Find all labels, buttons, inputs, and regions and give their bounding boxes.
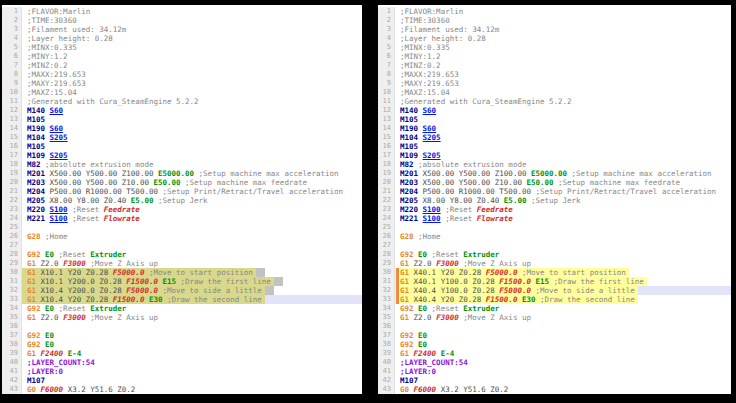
- code-line[interactable]: 42M107: [378, 376, 731, 385]
- code-line[interactable]: 5;MINX:0.335: [378, 43, 731, 52]
- code-line[interactable]: 39G1 F2400 E-4: [2, 349, 362, 358]
- code-line[interactable]: 18M82 ;absolute extrusion mode: [2, 160, 362, 169]
- code-line[interactable]: 34G92 E0 ;Reset Extruder: [378, 304, 731, 313]
- code-text: M221 S100 ;Reset Flowrate: [22, 214, 143, 223]
- code-line[interactable]: 4;Layer height: 0.28: [2, 34, 362, 43]
- code-line[interactable]: 11;Generated with Cura_SteamEngine 5.2.2: [2, 97, 362, 106]
- code-line[interactable]: 24M221 S100 ;Reset Flowrate: [2, 214, 362, 223]
- code-line[interactable]: 22M205 X8.00 Y8.00 Z0.40 E5.00 ;Setup Je…: [2, 196, 362, 205]
- code-line[interactable]: 28G92 E0 ;Reset Extruder: [2, 250, 362, 259]
- code-line[interactable]: 41;LAYER:0: [2, 367, 362, 376]
- code-line[interactable]: 18M82 ;absolute extrusion mode: [378, 160, 731, 169]
- code-line[interactable]: 27: [2, 241, 362, 250]
- code-line[interactable]: 31G1 X10.1 Y200.0 Z0.28 F1500.0 E15 ;Dra…: [2, 277, 362, 286]
- code-line[interactable]: 5;MINX:0.335: [2, 43, 362, 52]
- code-text: [395, 223, 403, 232]
- code-line[interactable]: 7;MINZ:0.2: [378, 61, 731, 70]
- code-line[interactable]: 36: [2, 322, 362, 331]
- line-number: 29: [2, 259, 22, 268]
- code-line[interactable]: 15M104 S205: [2, 133, 362, 142]
- code-line[interactable]: 27: [378, 241, 731, 250]
- code-line[interactable]: 16M105: [2, 142, 362, 151]
- code-line[interactable]: 10;MAXZ:15.04: [2, 88, 362, 97]
- code-line[interactable]: 22M205 X8.00 Y8.00 Z0.40 E5.00 ;Setup Je…: [378, 196, 731, 205]
- code-line[interactable]: 32G1 X40.4 Y100.0 Z0.28 F5000.0 ;Move to…: [378, 286, 731, 295]
- code-line[interactable]: 29G1 Z2.0 F3000 ;Move Z Axis up: [2, 259, 362, 268]
- code-token: E5.00: [131, 196, 154, 205]
- code-line[interactable]: 23M220 S100 ;Reset Feedrate: [2, 205, 362, 214]
- code-line[interactable]: 34G92 E0 ;Reset Extruder: [2, 304, 362, 313]
- code-line[interactable]: 40;LAYER_COUNT:54: [378, 358, 731, 367]
- code-line[interactable]: 37G92 E0: [2, 331, 362, 340]
- code-line[interactable]: 38G92 E0: [378, 340, 731, 349]
- code-text: ;MAXY:219.653: [22, 79, 89, 88]
- code-line[interactable]: 6;MINY:1.2: [378, 52, 731, 61]
- code-line[interactable]: 30G1 X40.1 Y20 Z0.28 F5000.0 ;Move to st…: [378, 268, 731, 277]
- code-line[interactable]: 19M201 X500.00 Y500.00 Z100.00 E5000.00 …: [2, 169, 362, 178]
- code-token: X40.1 Y100.0 Z0.28: [414, 277, 495, 286]
- code-line[interactable]: 13M105: [378, 115, 731, 124]
- code-line[interactable]: 24M221 S100 ;Reset Flowrate: [378, 214, 731, 223]
- code-line[interactable]: 38G92 E0: [2, 340, 362, 349]
- code-line[interactable]: 1;FLAVOR:Marlin: [2, 7, 362, 16]
- code-line[interactable]: 4;Layer height: 0.28: [378, 34, 731, 43]
- code-line[interactable]: 29G1 Z2.0 F3000 ;Move Z Axis up: [378, 259, 731, 268]
- code-line[interactable]: 43G0 F6000 X3.2 Y51.6 Z0.2: [378, 385, 731, 394]
- code-line[interactable]: 3;Filament used: 34.12m: [2, 25, 362, 34]
- code-token: Extruder: [463, 304, 499, 313]
- code-line[interactable]: 20M203 X500.00 Y500.00 Z10.00 E50.00 ;Se…: [2, 178, 362, 187]
- code-line[interactable]: 20M203 X500.00 Y500.00 Z10.00 E50.00 ;Se…: [378, 178, 731, 187]
- code-line[interactable]: 14M190 S60: [378, 124, 731, 133]
- code-line[interactable]: 26G28 ;Home: [378, 232, 731, 241]
- code-line[interactable]: 32G1 X10.4 Y200.0 Z0.28 F5000.0 ;Move to…: [2, 286, 362, 295]
- code-line[interactable]: 35G1 Z2.0 F3000 ;Move Z Axis up: [2, 313, 362, 322]
- code-line[interactable]: 8;MAXX:219.653: [2, 70, 362, 79]
- code-line[interactable]: 19M201 X500.00 Y500.00 Z100.00 E5000.00 …: [378, 169, 731, 178]
- code-line[interactable]: 17M109 S205: [2, 151, 362, 160]
- code-line[interactable]: 39G1 F2400 E-4: [378, 349, 731, 358]
- code-line[interactable]: 2;TIME:30360: [378, 16, 731, 25]
- code-line[interactable]: 31G1 X40.1 Y100.0 Z0.28 F1500.0 E15 ;Dra…: [378, 277, 731, 286]
- code-line[interactable]: 15M104 S205: [378, 133, 731, 142]
- code-line[interactable]: 6;MINY:1.2: [2, 52, 362, 61]
- code-line[interactable]: 12M140 S60: [2, 106, 362, 115]
- code-line[interactable]: 26G28 ;Home: [2, 232, 362, 241]
- code-line[interactable]: 30G1 X10.1 Y20 Z0.28 F5000.0 ;Move to st…: [2, 268, 362, 277]
- code-line[interactable]: 21M204 P500.00 R1000.00 T500.00 ;Setup P…: [2, 187, 362, 196]
- code-line[interactable]: 43G0 F6000 X3.2 Y51.6 Z0.2: [2, 385, 362, 394]
- code-line[interactable]: 14M190 S60: [2, 124, 362, 133]
- code-line[interactable]: 23M220 S100 ;Reset Feedrate: [378, 205, 731, 214]
- code-line[interactable]: 9;MAXY:219.653: [378, 79, 731, 88]
- code-line[interactable]: 9;MAXY:219.653: [2, 79, 362, 88]
- code-line[interactable]: 2;TIME:30360: [2, 16, 362, 25]
- code-line[interactable]: 42M107: [2, 376, 362, 385]
- code-line[interactable]: 33G1 X40.4 Y20 Z0.28 F1500.0 E30 ;Draw t…: [378, 295, 731, 304]
- code-line[interactable]: 11;Generated with Cura_SteamEngine 5.2.2: [378, 97, 731, 106]
- line-number: 4: [2, 34, 22, 43]
- code-line[interactable]: 8;MAXX:219.653: [378, 70, 731, 79]
- code-line[interactable]: 36: [378, 322, 731, 331]
- code-line[interactable]: 25: [2, 223, 362, 232]
- code-line[interactable]: 17M109 S205: [378, 151, 731, 160]
- code-line[interactable]: 21M204 P500.00 R1000.00 T500.00 ;Setup P…: [378, 187, 731, 196]
- code-token: M107: [400, 376, 418, 385]
- code-line[interactable]: 41;LAYER:0: [378, 367, 731, 376]
- code-line[interactable]: 12M140 S60: [378, 106, 731, 115]
- code-line[interactable]: 35G1 Z2.0 F3000 ;Move Z Axis up: [378, 313, 731, 322]
- code-line[interactable]: 40;LAYER_COUNT:54: [2, 358, 362, 367]
- code-line[interactable]: 33G1 X10.4 Y20 Z0.28 F1500.0 E30 ;Draw t…: [2, 295, 362, 304]
- line-number: 33: [378, 295, 395, 304]
- code-line[interactable]: 13M105: [2, 115, 362, 124]
- left-code-panel[interactable]: 1;FLAVOR:Marlin2;TIME:303603;Filament us…: [2, 5, 362, 394]
- code-line[interactable]: 3;Filament used: 34.12m: [378, 25, 731, 34]
- code-line[interactable]: 1;FLAVOR:Marlin: [378, 7, 731, 16]
- code-line[interactable]: 16M105: [378, 142, 731, 151]
- code-token: ;LAYER:0: [400, 367, 436, 376]
- code-line[interactable]: 7;MINZ:0.2: [2, 61, 362, 70]
- code-text: ;MAXZ:15.04: [395, 88, 453, 97]
- code-line[interactable]: 25: [378, 223, 731, 232]
- code-line[interactable]: 28G92 E0 ;Reset Extruder: [378, 250, 731, 259]
- code-line[interactable]: 37G92 E0: [378, 331, 731, 340]
- right-code-panel[interactable]: 1;FLAVOR:Marlin2;TIME:303603;Filament us…: [378, 5, 731, 394]
- code-line[interactable]: 10;MAXZ:15.04: [378, 88, 731, 97]
